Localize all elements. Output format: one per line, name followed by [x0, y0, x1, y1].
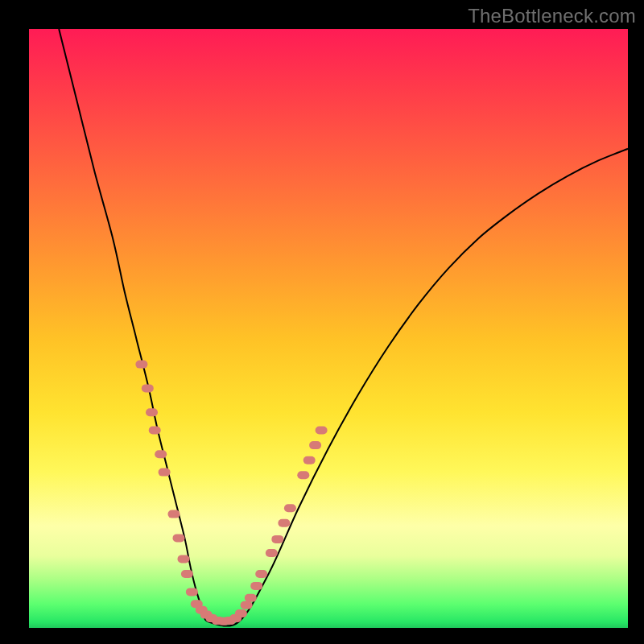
marker — [271, 535, 283, 543]
watermark-text: TheBottleneck.com — [468, 5, 636, 27]
bottleneck-curve — [59, 29, 628, 626]
marker — [181, 570, 193, 578]
svg-rect-6 — [168, 510, 180, 518]
marker — [303, 456, 316, 464]
marker-group — [135, 361, 327, 625]
chart-frame: TheBottleneck.com — [0, 0, 644, 644]
svg-rect-10 — [186, 588, 198, 596]
svg-rect-1 — [142, 384, 154, 392]
marker — [159, 469, 171, 477]
svg-rect-27 — [284, 504, 296, 512]
curve-path — [59, 29, 628, 626]
marker — [284, 504, 296, 512]
svg-rect-9 — [181, 570, 193, 578]
svg-rect-5 — [159, 469, 171, 477]
svg-rect-26 — [278, 519, 290, 527]
marker — [241, 601, 253, 609]
svg-rect-29 — [303, 456, 316, 464]
marker — [168, 510, 180, 518]
svg-rect-23 — [255, 570, 267, 578]
plot-area — [29, 29, 628, 628]
svg-rect-31 — [316, 427, 328, 435]
marker — [250, 582, 262, 590]
svg-rect-25 — [271, 535, 283, 543]
svg-rect-22 — [250, 582, 262, 590]
marker — [309, 441, 321, 449]
svg-rect-28 — [297, 471, 309, 479]
marker — [255, 570, 267, 578]
marker — [316, 427, 328, 435]
svg-rect-19 — [235, 609, 247, 617]
marker — [135, 361, 147, 369]
marker — [278, 519, 290, 527]
marker — [155, 450, 167, 458]
svg-rect-20 — [241, 601, 253, 609]
marker — [146, 408, 158, 416]
svg-rect-8 — [178, 555, 190, 563]
svg-rect-7 — [173, 534, 185, 542]
svg-rect-21 — [245, 594, 257, 602]
marker — [297, 471, 309, 479]
svg-rect-3 — [149, 427, 161, 435]
marker — [245, 594, 257, 602]
svg-rect-0 — [135, 361, 147, 369]
marker — [266, 549, 278, 557]
curve-svg — [29, 29, 628, 628]
marker — [149, 427, 161, 435]
svg-rect-2 — [146, 408, 158, 416]
marker — [173, 534, 185, 542]
marker — [178, 555, 190, 563]
marker — [142, 384, 154, 392]
marker — [235, 609, 247, 617]
svg-rect-4 — [155, 450, 167, 458]
marker — [186, 588, 198, 596]
svg-rect-30 — [309, 441, 321, 449]
svg-rect-24 — [266, 549, 278, 557]
